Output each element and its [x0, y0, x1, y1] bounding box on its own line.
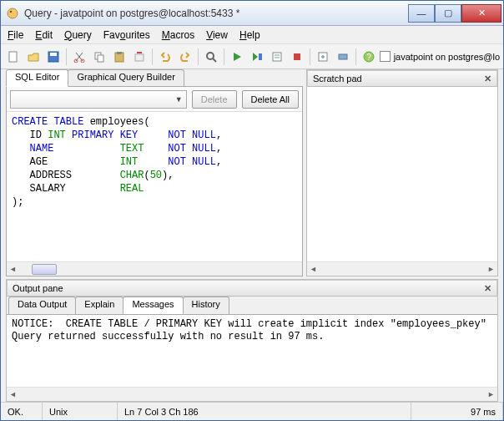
minimize-button[interactable]: —: [408, 4, 435, 23]
svg-rect-4: [50, 53, 57, 56]
status-position: Ln 7 Col 3 Ch 186: [118, 403, 411, 420]
svg-rect-2: [9, 52, 17, 62]
execute-to-file-icon[interactable]: [314, 48, 332, 66]
close-button[interactable]: ✕: [461, 4, 501, 23]
status-encoding: Unix: [43, 403, 118, 420]
tab-messages[interactable]: Messages: [123, 297, 183, 314]
open-icon[interactable]: [24, 48, 43, 66]
editor-pane: SQL Editor Graphical Query Builder ▼ Del…: [6, 69, 303, 276]
execute-icon[interactable]: [228, 48, 246, 66]
cut-icon[interactable]: [70, 48, 88, 66]
svg-point-12: [207, 53, 214, 59]
redo-icon[interactable]: [176, 48, 194, 66]
find-icon[interactable]: [202, 48, 220, 66]
save-icon[interactable]: [44, 48, 63, 66]
window-title: Query - javatpoint on postgres@localhost…: [24, 8, 408, 19]
new-icon[interactable]: [4, 48, 23, 66]
app-window: Query - javatpoint on postgres@localhost…: [0, 0, 504, 421]
output-close-icon[interactable]: ✕: [484, 283, 491, 294]
svg-rect-13: [259, 53, 262, 60]
undo-icon[interactable]: [156, 48, 174, 66]
delete-all-button[interactable]: Delete All: [242, 90, 299, 109]
scratch-close-icon[interactable]: ✕: [484, 74, 491, 84]
connection-checkbox[interactable]: [380, 51, 391, 62]
menu-help[interactable]: Help: [239, 29, 260, 41]
menu-favourites[interactable]: Favourites: [103, 29, 150, 41]
copy-icon[interactable]: [90, 48, 108, 66]
maximize-button[interactable]: ▢: [435, 4, 461, 23]
menu-macros[interactable]: Macros: [162, 29, 194, 41]
menu-edit[interactable]: Edit: [35, 29, 53, 41]
output-messages[interactable]: NOTICE: CREATE TABLE / PRIMARY KEY will …: [7, 314, 497, 387]
connection-label: javatpoint on postgres@lo: [394, 52, 500, 62]
output-hscrollbar[interactable]: ◄►: [7, 387, 497, 401]
scratch-header: Scratch pad ✕: [307, 70, 497, 87]
cancel-icon[interactable]: [288, 48, 306, 66]
status-ok: OK.: [1, 403, 43, 420]
explain-icon[interactable]: [268, 48, 286, 66]
menubar: File Edit Query Favourites Macros View H…: [1, 26, 503, 44]
svg-rect-10: [117, 52, 122, 54]
toolbar: ? javatpoint on postgres@lo: [1, 44, 503, 69]
tab-sql-editor[interactable]: SQL Editor: [6, 69, 68, 87]
output-header: Output pane ✕: [7, 280, 497, 297]
tab-explain[interactable]: Explain: [75, 297, 123, 314]
output-title: Output pane: [13, 283, 63, 293]
delete-button[interactable]: Delete: [192, 90, 237, 109]
clear-icon[interactable]: [130, 48, 149, 66]
sql-editor[interactable]: CREATE TABLE employees( ID INT PRIMARY K…: [7, 112, 302, 261]
scratch-title: Scratch pad: [313, 74, 362, 84]
execute-pgscript-icon[interactable]: [248, 48, 266, 66]
svg-text:?: ?: [366, 53, 371, 62]
svg-rect-11: [135, 54, 144, 61]
scratch-body[interactable]: [307, 87, 497, 261]
menu-file[interactable]: File: [8, 29, 23, 41]
paste-icon[interactable]: [110, 48, 129, 66]
scratch-pane: Scratch pad ✕ ◄►: [306, 69, 498, 276]
svg-rect-15: [294, 53, 300, 60]
scratch-hscrollbar[interactable]: ◄►: [307, 261, 497, 276]
output-pane: Output pane ✕ Data Output Explain Messag…: [6, 279, 498, 402]
editor-hscrollbar[interactable]: ◄: [7, 261, 302, 276]
menu-view[interactable]: View: [206, 29, 228, 41]
svg-point-1: [10, 10, 12, 12]
statusbar: OK. Unix Ln 7 Col 3 Ch 186 97 ms: [1, 402, 503, 420]
svg-rect-8: [98, 55, 103, 62]
tab-data-output[interactable]: Data Output: [8, 297, 76, 314]
app-icon: [6, 7, 19, 20]
toggle-icon[interactable]: [334, 48, 352, 66]
tab-history[interactable]: History: [183, 297, 229, 314]
prev-queries-combo[interactable]: ▼: [10, 90, 187, 109]
svg-rect-14: [273, 53, 281, 61]
menu-query[interactable]: Query: [64, 29, 92, 41]
help-icon[interactable]: ?: [360, 48, 378, 66]
tab-gqb[interactable]: Graphical Query Builder: [68, 69, 184, 87]
titlebar[interactable]: Query - javatpoint on postgres@localhost…: [1, 1, 503, 26]
status-time: 97 ms: [411, 403, 503, 420]
svg-point-0: [8, 8, 18, 18]
svg-rect-17: [339, 54, 347, 59]
